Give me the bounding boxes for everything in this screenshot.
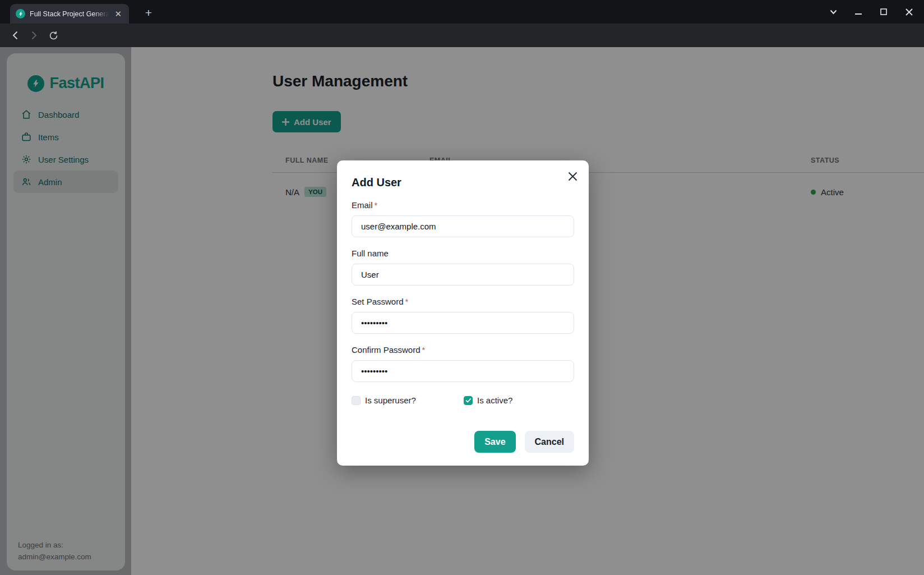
cancel-button[interactable]: Cancel: [525, 431, 574, 453]
new-tab-button[interactable]: +: [140, 4, 157, 21]
back-button[interactable]: [8, 28, 22, 43]
is-active-label: Is active?: [477, 395, 512, 405]
email-label: Email*: [352, 199, 574, 211]
modal-footer: Save Cancel: [352, 431, 574, 453]
maximize-button[interactable]: [875, 3, 892, 20]
is-active-checkbox[interactable]: Is active?: [464, 395, 512, 405]
tab-title: Full Stack Project Genera: [30, 10, 112, 18]
page-viewport: User Management Add User FULL NAME EMAIL…: [0, 47, 924, 575]
save-button[interactable]: Save: [474, 431, 515, 453]
modal-close-icon[interactable]: [565, 168, 580, 184]
browser-tab[interactable]: Full Stack Project Genera ✕: [10, 4, 129, 24]
checkbox-checked-icon[interactable]: [464, 396, 473, 405]
forward-button[interactable]: [27, 28, 41, 43]
checkbox-row: Is superuser? Is active?: [352, 395, 574, 405]
set-password-label: Set Password*: [352, 296, 574, 308]
reload-button[interactable]: [46, 28, 61, 43]
required-asterisk: *: [422, 345, 426, 355]
is-superuser-label: Is superuser?: [365, 395, 416, 405]
full-name-field[interactable]: [352, 264, 574, 286]
full-name-label: Full name: [352, 247, 574, 260]
set-password-field[interactable]: [352, 312, 574, 334]
window-controls: [825, 0, 917, 24]
browser-window: Full Stack Project Genera ✕ +: [0, 0, 924, 575]
email-field[interactable]: [352, 215, 574, 237]
minimize-button[interactable]: [850, 3, 867, 20]
required-asterisk: *: [375, 200, 378, 210]
close-window-button[interactable]: [900, 3, 917, 20]
add-user-modal: Add User Email* Full name Set Password* …: [337, 160, 589, 466]
browser-toolbar: localhost /admin 1: [0, 24, 924, 47]
fastapi-favicon-icon: [16, 9, 25, 19]
confirm-password-field[interactable]: [352, 360, 574, 382]
tab-search-chevron-icon[interactable]: [825, 3, 842, 20]
tab-bar: Full Stack Project Genera ✕ +: [0, 0, 924, 24]
required-asterisk: *: [405, 297, 409, 306]
modal-title: Add User: [352, 176, 574, 189]
checkbox-unchecked-icon[interactable]: [352, 396, 361, 405]
is-superuser-checkbox[interactable]: Is superuser?: [352, 395, 464, 405]
tab-close-icon[interactable]: ✕: [112, 8, 124, 20]
confirm-password-label: Confirm Password*: [352, 344, 574, 356]
